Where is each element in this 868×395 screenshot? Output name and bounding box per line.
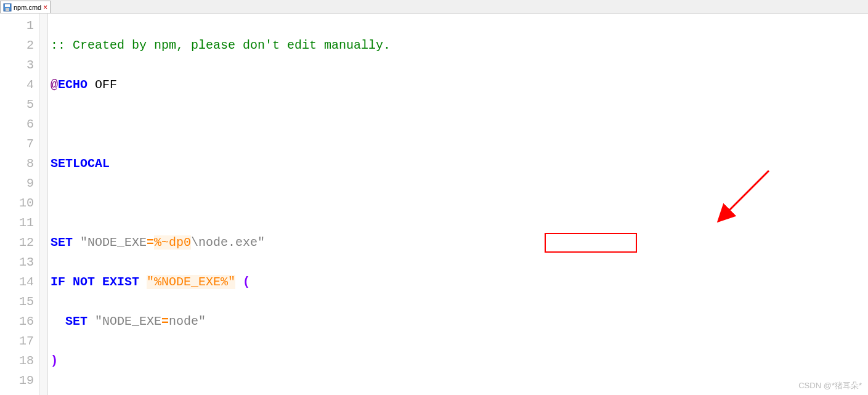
line-number: 19 — [0, 371, 34, 391]
fold-margin — [39, 14, 48, 395]
line-number: 15 — [0, 292, 34, 312]
editor: 1 2 3 4 5 6 7 8 9 10 11 12 13 14 15 16 1… — [0, 14, 868, 395]
tab-bar: npm.cmd × — [0, 0, 868, 14]
line-number: 6 — [0, 115, 34, 134]
code-token: node" — [169, 314, 206, 328]
code-token: NOT — [65, 275, 95, 289]
line-number: 10 — [0, 193, 34, 213]
code-token: " — [73, 235, 87, 250]
code-token: SETLOCAL — [51, 157, 110, 171]
line-number: 18 — [0, 351, 34, 371]
line-number-gutter: 1 2 3 4 5 6 7 8 9 10 11 12 13 14 15 16 1… — [0, 14, 39, 395]
close-icon[interactable]: × — [43, 4, 47, 11]
code-token: SET — [65, 314, 87, 328]
line-number: 12 — [0, 233, 34, 253]
code-token — [139, 275, 147, 289]
code-token: \node.exe" — [191, 235, 265, 250]
line-number: 9 — [0, 174, 34, 193]
code-token — [51, 314, 65, 328]
line-number: 2 — [0, 36, 34, 55]
line-number: 20 — [0, 391, 34, 395]
code-token: ) — [51, 354, 58, 368]
code-token: = — [147, 235, 154, 250]
svg-rect-2 — [6, 8, 9, 11]
svg-rect-1 — [5, 4, 10, 7]
code-token: EXIST — [95, 275, 139, 289]
code-token — [235, 275, 243, 289]
code-token: OFF — [87, 78, 117, 92]
line-number: 3 — [0, 55, 34, 75]
line-number: 14 — [0, 272, 34, 292]
tab-filename: npm.cmd — [14, 4, 41, 11]
file-tab[interactable]: npm.cmd × — [0, 1, 51, 13]
save-icon — [3, 3, 12, 12]
code-comment: :: Created by npm, please don't edit man… — [51, 38, 391, 52]
line-number: 11 — [0, 213, 34, 233]
code-area[interactable]: :: Created by npm, please don't edit man… — [48, 14, 868, 395]
code-token: NODE_EXE — [87, 235, 147, 250]
code-token: ( — [243, 275, 250, 289]
line-number: 8 — [0, 154, 34, 174]
code-token: " — [87, 314, 102, 328]
code-token: "%NODE_EXE%" — [147, 275, 235, 289]
code-token: IF — [51, 275, 65, 289]
line-number: 5 — [0, 95, 34, 115]
code-token: NODE_EXE — [102, 314, 161, 328]
line-number: 7 — [0, 134, 34, 154]
code-token: %~dp0 — [154, 235, 191, 250]
line-number: 16 — [0, 312, 34, 332]
line-number: 13 — [0, 253, 34, 272]
code-token: ECHO — [58, 78, 87, 92]
code-token: = — [161, 314, 169, 328]
line-number: 4 — [0, 75, 34, 95]
line-number: 17 — [0, 332, 34, 351]
code-token: @ — [51, 78, 58, 92]
line-number: 1 — [0, 16, 34, 36]
code-token: SET — [51, 235, 73, 250]
